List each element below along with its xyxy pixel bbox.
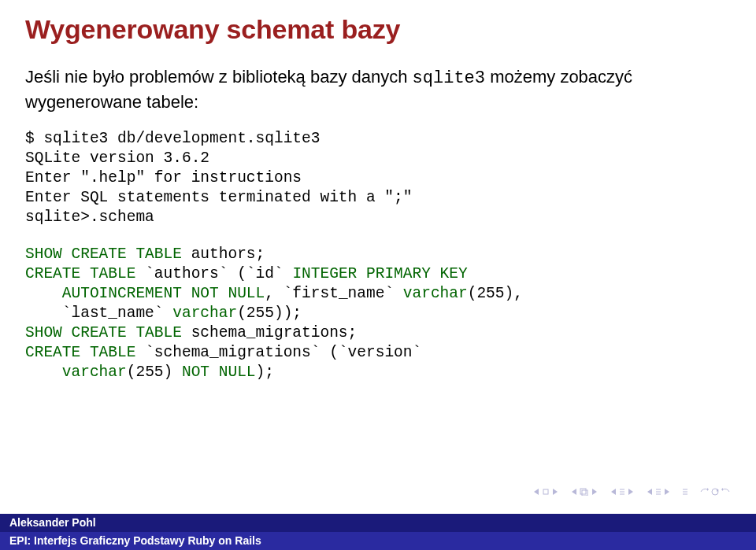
slide-title: Wygenerowany schemat bazy — [25, 14, 731, 45]
svg-rect-4 — [580, 489, 586, 494]
sql-block: SHOW CREATE TABLE authors; CREATE TABLE … — [25, 245, 731, 382]
nav-back-forward-icon[interactable] — [699, 487, 731, 496]
nav-prev-slide-icon[interactable] — [532, 488, 559, 496]
shell-line: Enter ".help" for instructions — [25, 169, 302, 186]
nav-prev-frame-icon[interactable] — [570, 488, 598, 496]
sql-text: `schema_migrations` (`version` — [135, 344, 421, 361]
svg-marker-23 — [721, 488, 723, 491]
svg-marker-20 — [707, 488, 709, 491]
svg-marker-2 — [553, 489, 558, 495]
sql-text: (255)); — [237, 305, 302, 322]
footer-author: Aleksander Pohl — [0, 514, 756, 532]
svg-marker-0 — [534, 489, 539, 495]
lead-paragraph: Jeśli nie było problemów z biblioteką ba… — [25, 65, 731, 113]
sql-keyword: varchar — [172, 305, 237, 322]
sql-keyword: INTEGER PRIMARY KEY — [292, 265, 467, 282]
svg-marker-16 — [665, 489, 669, 495]
sql-keyword: AUTOINCREMENT — [25, 285, 191, 302]
sql-keyword: CREATE TABLE — [25, 265, 135, 282]
footer: Aleksander Pohl EPI: Interfejs Graficzny… — [0, 514, 756, 550]
shell-line: sqlite>.schema — [25, 209, 154, 226]
svg-marker-12 — [647, 489, 652, 495]
beamer-nav — [532, 487, 731, 496]
shell-line: $ sqlite3 db/development.sqlite3 — [25, 130, 320, 147]
sql-text: (255), — [468, 285, 523, 302]
svg-rect-1 — [543, 489, 548, 494]
sql-keyword: SHOW CREATE TABLE — [25, 245, 182, 263]
svg-rect-5 — [582, 490, 587, 496]
sql-text — [25, 364, 62, 381]
footer-title: EPI: Interfejs Graficzny Podstawy Ruby o… — [0, 532, 756, 550]
svg-marker-6 — [592, 489, 597, 495]
sql-text: (255) — [127, 364, 182, 381]
nav-prev-subsection-icon[interactable] — [646, 488, 671, 496]
shell-line: SQLite version 3.6.2 — [25, 149, 209, 167]
sql-text: schema_migrations; — [182, 324, 357, 341]
sql-keyword: NOT NULL — [191, 285, 265, 302]
svg-marker-7 — [611, 489, 616, 495]
sql-keyword: NOT NULL — [182, 364, 256, 381]
sql-text: , `first_name` — [265, 285, 403, 302]
lead-text-before: Jeśli nie było problemów z biblioteką ba… — [25, 67, 413, 87]
sql-text: ); — [256, 364, 274, 381]
shell-line: Enter SQL statements terminated with a "… — [25, 189, 412, 206]
svg-marker-11 — [628, 489, 633, 495]
nav-compass-icon[interactable] — [682, 488, 688, 496]
sql-text: `authors` (`id` — [135, 265, 292, 282]
shell-block: $ sqlite3 db/development.sqlite3 SQLite … — [25, 129, 731, 227]
sql-text: authors; — [182, 245, 265, 263]
sql-keyword: varchar — [62, 364, 127, 381]
sql-keyword: CREATE TABLE — [25, 344, 135, 361]
sql-text: `last_name` — [25, 305, 172, 322]
sql-keyword: SHOW CREATE TABLE — [25, 324, 182, 341]
sql-keyword: varchar — [403, 285, 468, 302]
nav-prev-section-icon[interactable] — [610, 488, 635, 496]
svg-marker-3 — [572, 489, 576, 495]
lead-code: sqlite3 — [413, 68, 485, 88]
